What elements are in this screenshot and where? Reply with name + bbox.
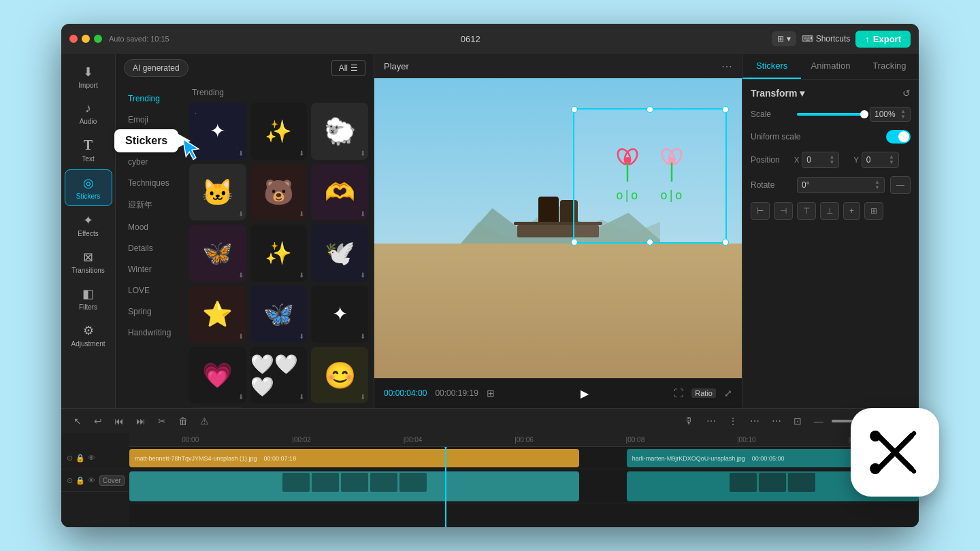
play-button[interactable]: ▶ — [581, 387, 589, 400]
rotate-input[interactable]: 0° ▲ ▼ — [797, 177, 885, 193]
sticker-heart-neon[interactable]: 💗 ⬇ — [189, 347, 246, 404]
handle-tl[interactable] — [571, 106, 578, 113]
align-bottom-button[interactable]: ⊞ — [864, 202, 883, 220]
sticker-cat[interactable]: 🐱 ⬇ — [189, 164, 246, 221]
rotate-down-icon[interactable]: ▼ — [875, 185, 880, 190]
expand-icon[interactable]: ⤢ — [724, 388, 732, 399]
track2-eye-icon[interactable]: 👁 — [88, 476, 95, 484]
maximize-button[interactable] — [94, 35, 102, 43]
all-filter-button[interactable]: All ☰ — [331, 60, 365, 76]
shortcuts-button[interactable]: ⌨ Shortcuts — [802, 34, 851, 44]
handle-bl[interactable] — [571, 239, 578, 246]
split-end-button[interactable]: ⏭ — [132, 414, 150, 429]
y-stepper[interactable]: ▲ ▼ — [889, 154, 894, 165]
sticker-butterfly-pink[interactable]: 🦋 ⬇ — [189, 224, 246, 282]
reset-button[interactable]: ↺ — [902, 88, 911, 99]
sticker-sheep[interactable]: 🐑 ⬇ — [311, 103, 368, 160]
toolbar-stickers[interactable]: ◎ Stickers — [65, 169, 112, 206]
fullscreen-icon[interactable]: ⛶ — [674, 388, 683, 399]
handle-br[interactable] — [722, 239, 729, 246]
zoom-out-button[interactable]: — — [810, 414, 828, 429]
category-mood[interactable]: Mood — [120, 217, 180, 237]
category-winter[interactable]: Winter — [120, 259, 180, 280]
handle-tm[interactable] — [647, 106, 653, 113]
mic-button[interactable]: 🎙 — [681, 414, 698, 429]
export-button[interactable]: ↑ Export — [855, 31, 911, 48]
undo-button[interactable]: ↩ — [90, 414, 106, 429]
sticker-butterfly-blue[interactable]: 🦋 🦋 ⬇ — [250, 286, 308, 343]
toolbar-import[interactable]: ⬇ Import — [65, 59, 112, 95]
track2-icon1[interactable]: ⊙ — [67, 476, 73, 485]
category-love[interactable]: LOVE — [120, 280, 180, 301]
category-spring[interactable]: Spring — [120, 301, 180, 322]
tab-animation[interactable]: Animation — [801, 54, 860, 79]
pip-button[interactable]: ⊡ — [789, 414, 806, 429]
toolbar-effects[interactable]: ✦ Effects — [65, 207, 112, 243]
align-top-button[interactable]: ⊥ — [820, 202, 839, 220]
clip-video-1[interactable] — [129, 471, 579, 501]
sticker-star-gold[interactable]: ⭐ ⬇ — [189, 286, 246, 343]
toolbar-filters[interactable]: ◧ Filters — [65, 281, 112, 316]
sticker-overlay[interactable]: o|o o|o — [573, 108, 728, 243]
scale-thumb[interactable] — [860, 110, 868, 118]
rotate-extra-button[interactable]: — — [890, 176, 911, 194]
toolbar-transitions[interactable]: ⊠ Transitions — [65, 244, 112, 280]
sticker-dog[interactable]: 🐶 ⬇ — [189, 407, 246, 408]
tab-tracking[interactable]: Tracking — [860, 54, 919, 79]
category-trending[interactable]: Trending — [120, 88, 180, 109]
sticker-ahhh[interactable]: AHHH!! ⬇ — [250, 407, 308, 408]
sticker-hearts-small[interactable]: 🤍🤍🤍 ⬇ — [250, 347, 308, 404]
playhead[interactable] — [445, 447, 446, 527]
uniform-scale-toggle[interactable] — [886, 130, 911, 144]
sticker-bear[interactable]: 🐻 ⬇ — [250, 164, 308, 221]
link-audio-button[interactable]: ⋮ — [724, 414, 742, 429]
category-emoji[interactable]: Emoji — [120, 110, 180, 130]
minimize-button[interactable] — [82, 35, 90, 43]
y-down-icon[interactable]: ▼ — [889, 160, 894, 165]
select-tool-button[interactable]: ↖ — [69, 414, 86, 429]
clip-photo-1[interactable]: matt-bennett-78hTqvJYMS4-unsplash (1).jp… — [129, 449, 579, 467]
toolbar-adjustment[interactable]: ⚙ Adjustment — [65, 318, 112, 353]
scale-stepper[interactable]: ▲ ▼ — [900, 109, 906, 120]
category-details[interactable]: Details — [120, 238, 180, 258]
x-down-icon[interactable]: ▼ — [829, 160, 834, 165]
category-newyear[interactable]: 迎新年 — [120, 194, 180, 216]
align-center-h-button[interactable]: ⊣ — [774, 202, 793, 220]
sticker-crown[interactable]: 👑 ⬇ — [311, 407, 368, 408]
tab-stickers[interactable]: Stickers — [742, 54, 801, 79]
link-button[interactable]: ⋯ — [746, 414, 764, 429]
warning-button[interactable]: ⚠ — [196, 414, 213, 429]
grid-view-icon[interactable]: ⊞ — [487, 388, 495, 399]
split-start-button[interactable]: ⏮ — [110, 414, 128, 429]
toolbar-text[interactable]: T Text — [65, 132, 112, 168]
track1-icon1[interactable]: ⊙ — [67, 454, 73, 463]
align-right-button[interactable]: ⊤ — [797, 202, 816, 220]
sticker-dove[interactable]: 🕊️ ⬇ — [311, 224, 368, 282]
scale-down-icon[interactable]: ▼ — [900, 114, 906, 120]
unlink-button[interactable]: ⋯ — [768, 414, 785, 429]
align-center-v-button[interactable]: + — [843, 202, 860, 220]
category-handwriting[interactable]: Handwriting — [120, 322, 180, 343]
ratio-button[interactable]: Ratio — [691, 388, 716, 398]
sticker-sparkles[interactable]: ✨ ⬇ — [250, 103, 308, 160]
cut-button[interactable]: ✂ — [154, 414, 170, 429]
sticker-smiley[interactable]: 😊 ⬇ — [311, 347, 368, 404]
category-cyber[interactable]: cyber — [120, 152, 180, 172]
player-menu-icon[interactable]: ⋯ — [721, 60, 732, 73]
ai-generated-button[interactable]: AI generated — [124, 59, 189, 77]
x-input[interactable]: 0 ▲ ▼ — [802, 152, 839, 168]
track1-lock-icon[interactable]: 🔒 — [76, 454, 85, 463]
view-toggle-button[interactable]: ⊞ ▾ — [772, 31, 796, 46]
close-button[interactable] — [69, 35, 78, 43]
sticker-sparkle2[interactable]: ✨ ⬇ — [250, 224, 308, 282]
y-input[interactable]: 0 ▲ ▼ — [862, 152, 899, 168]
sticker-heart-hands[interactable]: 🫶 ⬇ — [311, 164, 368, 221]
track2-lock-icon[interactable]: 🔒 — [76, 476, 85, 485]
delete-button[interactable]: 🗑 — [174, 414, 192, 429]
handle-bm[interactable] — [647, 239, 653, 246]
sticker-sparkle3[interactable]: ✦ ⬇ — [311, 286, 368, 343]
track1-eye-icon[interactable]: 👁 — [88, 454, 95, 462]
scale-slider[interactable] — [797, 113, 864, 116]
toolbar-audio[interactable]: ♪ Audio — [65, 96, 112, 131]
category-techniques[interactable]: Techniques — [120, 173, 180, 193]
